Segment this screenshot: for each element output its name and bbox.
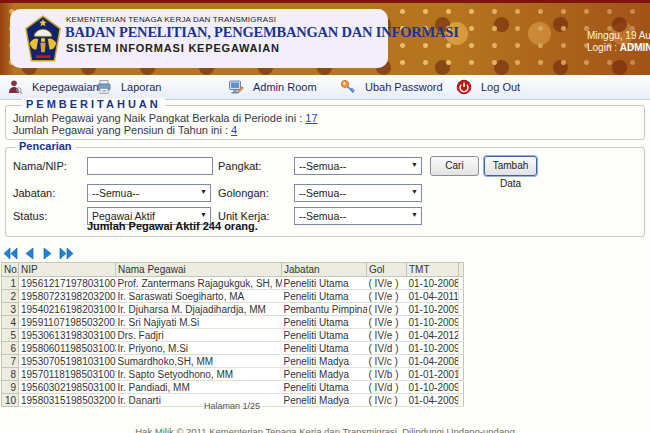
ministry-name: KEMENTERIAN TENAGA KERJA DAN TRANSMIGRAS…: [66, 15, 276, 24]
cell-jabatan: Peneliti Utama: [282, 316, 367, 329]
naik-pangkat-count-link[interactable]: 17: [305, 112, 317, 124]
employee-table: No. NIP Nama Pegawai Jabatan Gol TMT 1 1…: [1, 262, 464, 407]
col-header-nama: Nama Pegawai: [116, 263, 282, 277]
cell-spacer: [459, 381, 464, 394]
table-row[interactable]: 1 195612171978031001 Prof. Zantermans Ra…: [2, 277, 464, 290]
copyright-footer: Hak Milik © 2011 Kementerian Tenaga Kerj…: [0, 426, 650, 433]
cell-nip: 195603021985031002: [19, 381, 116, 394]
cell-tmt: 01-10-2008: [407, 277, 459, 290]
cell-spacer: [459, 316, 464, 329]
unit-kerja-select[interactable]: --Semua-- ▼: [294, 207, 422, 225]
notification-panel: PEMBERITAHUAN Jumlah Pegawai yang Naik P…: [5, 105, 645, 140]
pagination-controls: [2, 246, 75, 259]
menu-label-kepegawaian: Kepegawaian: [32, 81, 99, 93]
notification-text: Jumlah Pegawai yang Pensiun di Tahun ini…: [13, 124, 231, 136]
table-row[interactable]: 6 195806011985031003 Ir. Priyono, M.Si P…: [2, 342, 464, 355]
cell-tmt: 01-01-2001: [407, 368, 459, 381]
col-header-nip: NIP: [19, 263, 116, 277]
cell-no: 1: [2, 277, 19, 290]
table-row[interactable]: 7 195307051981031001 Sumardhoko,SH, MM P…: [2, 355, 464, 368]
cell-no: 4: [2, 316, 19, 329]
login-status: Login : ADMIN: [587, 42, 650, 53]
cell-jabatan: Peneliti Madya: [282, 368, 367, 381]
cell-spacer: [459, 342, 464, 355]
jabatan-select[interactable]: --Semua-- ▼: [87, 184, 211, 202]
previous-page-icon[interactable]: [21, 246, 37, 259]
chevron-down-icon: ▼: [411, 188, 418, 195]
cell-tmt: 01-04-2012: [407, 329, 459, 342]
menu-item-ubah-password[interactable]: Ubah Password: [340, 78, 443, 96]
col-header-jabatan: Jabatan: [282, 263, 367, 277]
pangkat-label: Pangkat:: [218, 160, 261, 172]
pensiun-count-link[interactable]: 4: [231, 124, 237, 136]
table-row[interactable]: 8 195701181985031001 Ir. Sapto Setyodhon…: [2, 368, 464, 381]
golongan-label: Golongan:: [218, 187, 269, 199]
table-row[interactable]: 4 195911071985032001 Ir. Sri Najiyati M.…: [2, 316, 464, 329]
cell-nama: Ir. Pandiadi, MM: [116, 381, 282, 394]
cell-no: 9: [2, 381, 19, 394]
table-row[interactable]: 5 195306131983031001 Drs. Fadjri Penelit…: [2, 329, 464, 342]
nama-nip-label: Nama/NIP:: [13, 160, 67, 172]
cell-no: 8: [2, 368, 19, 381]
cell-jabatan: Peneliti Madya: [282, 355, 367, 368]
jabatan-select-value: --Semua--: [92, 187, 139, 199]
cell-spacer: [459, 290, 464, 303]
cell-no: 6: [2, 342, 19, 355]
cell-no: 3: [2, 303, 19, 316]
cell-jabatan: Peneliti Utama: [282, 277, 367, 290]
golongan-select[interactable]: --Semua-- ▼: [294, 184, 422, 202]
cell-nama: Ir. Djuharsa M. Djajadihardja, MM: [116, 303, 282, 316]
cell-nama: Ir. Sapto Setyodhono, MM: [116, 368, 282, 381]
menu-label-laporan: Laporan: [121, 81, 161, 93]
chevron-down-icon: ▼: [411, 211, 418, 218]
status-label: Status:: [13, 210, 47, 222]
search-panel: Pencarian Nama/NIP: Pangkat: --Semua-- ▼…: [5, 147, 645, 237]
table-header-row: No. NIP Nama Pegawai Jabatan Gol TMT: [2, 263, 464, 277]
cell-spacer: [459, 277, 464, 290]
cell-no: 5: [2, 329, 19, 342]
nama-nip-input[interactable]: [87, 157, 213, 175]
cell-jabatan: Peneliti Utama: [282, 290, 367, 303]
table-row[interactable]: 3 195402161982031001 Ir. Djuharsa M. Dja…: [2, 303, 464, 316]
cell-gol: ( IV/c ): [367, 355, 407, 368]
cell-tmt: 01-04-2011: [407, 290, 459, 303]
active-employee-summary: Jumlah Pegawai Aktif 244 orang.: [87, 220, 258, 232]
menu-label-ubah-password: Ubah Password: [365, 81, 443, 93]
cell-jabatan: Peneliti Utama: [282, 329, 367, 342]
header-title-panel: KEMENTERIAN TENAGA KERJA DAN TRANSMIGRAS…: [10, 9, 388, 68]
cell-spacer: [459, 368, 464, 381]
cell-jabatan: Pembantu Pimpinan: [282, 303, 367, 316]
cell-nama: Ir. Priyono, M.Si: [116, 342, 282, 355]
person-search-icon: [7, 79, 23, 95]
cari-button[interactable]: Cari: [430, 156, 479, 176]
monitor-edit-icon: [228, 79, 244, 95]
notification-text: Jumlah Pegawai yang Naik Pangkat Berkala…: [13, 112, 305, 124]
cell-nip: 195701181985031001: [19, 368, 116, 381]
tambah-data-button[interactable]: Tambah Data: [484, 156, 537, 176]
cell-tmt: 01-10-2009: [407, 303, 459, 316]
menu-item-kepegawaian[interactable]: Kepegawaian: [7, 78, 99, 96]
page-indicator: Halaman 1/25: [1, 401, 463, 411]
cell-jabatan: Peneliti Utama: [282, 342, 367, 355]
cell-spacer: [459, 329, 464, 342]
table-row[interactable]: 9 195603021985031002 Ir. Pandiadi, MM Pe…: [2, 381, 464, 394]
table-row[interactable]: 2 195807231982032001 Ir. Saraswati Soegi…: [2, 290, 464, 303]
menu-item-admin-room[interactable]: Admin Room: [228, 78, 317, 96]
header-banner: KEMENTERIAN TENAGA KERJA DAN TRANSMIGRAS…: [0, 0, 650, 75]
cell-nip: 195306131983031001: [19, 329, 116, 342]
menu-label-admin-room: Admin Room: [253, 81, 317, 93]
current-date: Minggu, 19 Aug 2012: [587, 30, 650, 41]
cell-nama: Ir. Saraswati Soegiharto, MA: [116, 290, 282, 303]
first-page-icon[interactable]: [2, 246, 18, 259]
pangkat-select[interactable]: --Semua-- ▼: [294, 157, 422, 175]
menu-item-laporan[interactable]: Laporan: [96, 78, 161, 96]
cell-nip: 195807231982032001: [19, 290, 116, 303]
cell-tmt: 01-10-2009: [407, 342, 459, 355]
last-page-icon[interactable]: [59, 246, 75, 259]
cell-nama: Sumardhoko,SH, MM: [116, 355, 282, 368]
next-page-icon[interactable]: [40, 246, 56, 259]
col-header-spacer: [459, 263, 464, 277]
notification-line: Jumlah Pegawai yang Naik Pangkat Berkala…: [13, 112, 318, 124]
menu-item-log-out[interactable]: Log Out: [456, 78, 520, 96]
cell-nama: Ir. Sri Najiyati M.Si: [116, 316, 282, 329]
